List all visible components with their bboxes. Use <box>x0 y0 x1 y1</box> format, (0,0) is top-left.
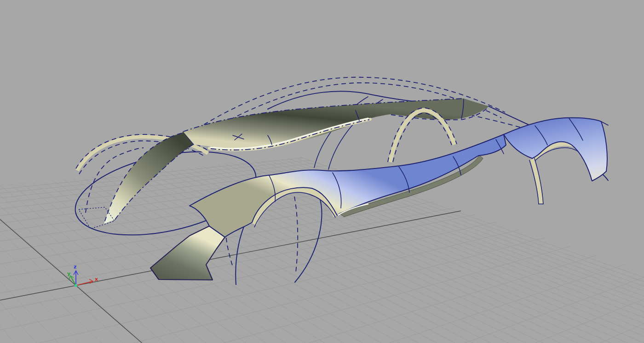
y-axis-label: y <box>67 271 70 277</box>
near-front-splitter[interactable] <box>150 226 225 280</box>
x-axis-label: x <box>95 276 98 282</box>
near-rear-arch-left-leg[interactable] <box>529 158 543 204</box>
x-axis-arrow <box>76 279 93 285</box>
z-axis-label: z <box>74 264 76 270</box>
viewport-3d[interactable]: z y x <box>0 0 644 343</box>
origin-dot <box>75 284 77 287</box>
ground-grid <box>0 121 644 343</box>
scene-canvas: z y x <box>0 0 644 343</box>
grid-y-axis-line <box>0 220 142 343</box>
far-front-fender-crescent[interactable] <box>104 132 193 224</box>
